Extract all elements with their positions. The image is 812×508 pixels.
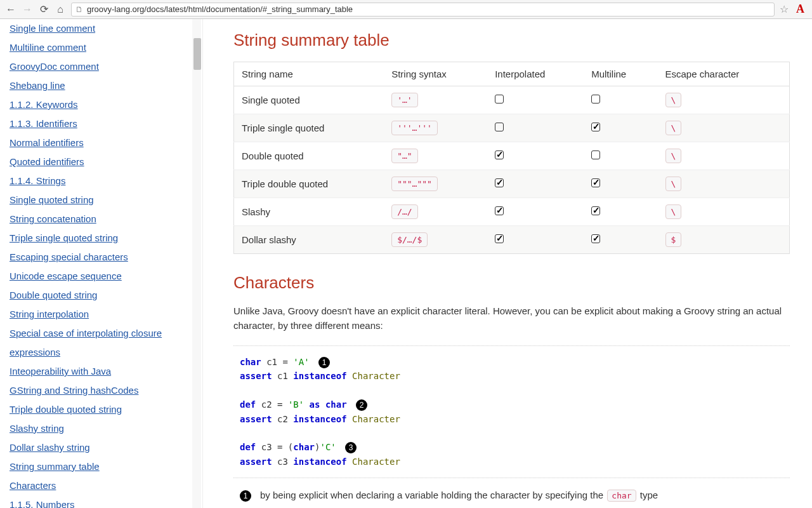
section-title-characters: Characters: [233, 273, 790, 293]
reload-button[interactable]: ⟳: [38, 4, 49, 15]
sidebar-link[interactable]: GroovyDoc comment: [10, 57, 99, 76]
table-header: String name: [234, 62, 384, 86]
syntax-token: $/…/$: [391, 232, 428, 247]
unchecked-icon: [495, 95, 504, 104]
syntax-token: '''…''': [391, 121, 438, 135]
sidebar-link[interactable]: String summary table: [10, 457, 100, 476]
checked-icon: [591, 123, 600, 131]
callout-marker: 2: [356, 399, 367, 411]
sidebar-link[interactable]: Shebang line: [10, 76, 65, 95]
table-row: Dollar slashy$/…/$$: [234, 226, 790, 254]
back-button[interactable]: ←: [5, 4, 16, 15]
table-header: Escape character: [658, 62, 790, 86]
checked-icon: [495, 150, 504, 159]
url-bar[interactable]: 🗋 groovy-lang.org/docs/latest/html/docum…: [71, 3, 775, 17]
sidebar-link[interactable]: Unicode escape sequence: [10, 267, 122, 286]
checked-icon: [591, 234, 600, 243]
string-name-cell: Single quoted: [234, 86, 384, 114]
page-icon: 🗋: [75, 5, 83, 14]
table-row: Triple single quoted'''…'''\: [234, 114, 790, 142]
checked-icon: [591, 178, 600, 187]
browser-toolbar: ← → ⟳ ⌂ 🗋 groovy-lang.org/docs/latest/ht…: [0, 0, 812, 19]
sidebar-link[interactable]: 1.1.2. Keywords: [10, 95, 78, 114]
sidebar-link[interactable]: Special case of interpolating closure ex…: [10, 324, 193, 362]
sidebar-link[interactable]: 1.1.3. Identifiers: [10, 114, 77, 133]
sidebar-nav: Single line commentMultiline commentGroo…: [0, 19, 203, 508]
sidebar-link[interactable]: Single line comment: [10, 19, 95, 38]
unchecked-icon: [591, 150, 600, 159]
sidebar-link[interactable]: String concatenation: [10, 210, 96, 229]
sidebar-link[interactable]: 1.1.5. Numbers: [10, 495, 75, 508]
sidebar-link[interactable]: Dollar slashy string: [10, 438, 90, 457]
table-row: Double quoted"…"\: [234, 142, 790, 170]
string-name-cell: Triple double quoted: [234, 170, 384, 198]
unchecked-icon: [591, 95, 600, 104]
table-row: Slashy/…/\: [234, 198, 790, 226]
unchecked-icon: [495, 123, 504, 131]
characters-intro: Unlike Java, Groovy doesn't have an expl…: [233, 304, 790, 333]
escape-token: \: [665, 149, 682, 163]
sidebar-link[interactable]: Quoted identifiers: [10, 152, 84, 171]
string-summary-table: String nameString syntaxInterpolatedMult…: [233, 62, 790, 254]
sidebar-link[interactable]: Escaping special characters: [10, 248, 128, 267]
sidebar-link[interactable]: Slashy string: [10, 419, 64, 438]
callout-number-icon: 1: [240, 490, 251, 502]
sidebar-link[interactable]: Triple double quoted string: [10, 400, 122, 419]
table-header: Multiline: [584, 62, 657, 86]
syntax-token: '…': [391, 93, 417, 107]
inline-code: char: [607, 490, 636, 502]
string-name-cell: Triple single quoted: [234, 114, 384, 142]
checked-icon: [495, 206, 504, 215]
sidebar-link[interactable]: 1.1.4. Strings: [10, 171, 65, 190]
sidebar-link[interactable]: Double quoted string: [10, 286, 97, 305]
table-row: Single quoted'…'\: [234, 86, 790, 114]
callout-marker: 3: [345, 442, 357, 453]
sidebar-link[interactable]: Inteoperability with Java: [10, 362, 111, 381]
sidebar-link[interactable]: Characters: [10, 476, 56, 495]
string-name-cell: Slashy: [234, 198, 384, 226]
syntax-token: "…": [391, 149, 417, 163]
string-name-cell: Dollar slashy: [234, 226, 384, 254]
sidebar-link[interactable]: String interpolation: [10, 305, 89, 324]
escape-token: $: [665, 232, 682, 247]
string-name-cell: Double quoted: [234, 142, 384, 170]
syntax-token: /…/: [391, 204, 417, 219]
table-header: String syntax: [384, 62, 487, 86]
callout-text: by being explicit when declaring a varia…: [260, 490, 658, 502]
escape-token: \: [665, 204, 682, 219]
checked-icon: [495, 178, 504, 187]
callout-item: 1by being explicit when declaring a vari…: [240, 490, 790, 502]
table-header: Interpolated: [487, 62, 584, 86]
sidebar-link[interactable]: Normal identifiers: [10, 133, 84, 152]
bookmark-star-icon[interactable]: ☆: [780, 3, 789, 15]
checked-icon: [591, 206, 600, 215]
home-button[interactable]: ⌂: [55, 4, 66, 15]
escape-token: \: [665, 93, 682, 107]
callout-marker: 1: [318, 357, 330, 368]
sidebar-link[interactable]: Single quoted string: [10, 190, 94, 210]
sidebar-link[interactable]: Triple single quoted string: [10, 229, 118, 248]
extension-icon[interactable]: A: [794, 3, 807, 16]
characters-code-block: char c1 = 'A' 1assert c1 instanceof Char…: [233, 345, 790, 478]
forward-button[interactable]: →: [22, 4, 33, 15]
sidebar-link[interactable]: Multiline comment: [10, 38, 86, 57]
table-row: Triple double quoted"""…"""\: [234, 170, 790, 198]
escape-token: \: [665, 177, 682, 191]
checked-icon: [495, 234, 504, 243]
main-content: String summary table String nameString s…: [203, 19, 812, 508]
url-text: groovy-lang.org/docs/latest/html/documen…: [87, 4, 353, 14]
escape-token: \: [665, 121, 682, 135]
callout-list: 1by being explicit when declaring a vari…: [240, 490, 790, 508]
section-title-string-summary: String summary table: [233, 30, 790, 50]
syntax-token: """…""": [391, 177, 438, 191]
sidebar-link[interactable]: GString and String hashCodes: [10, 381, 138, 400]
